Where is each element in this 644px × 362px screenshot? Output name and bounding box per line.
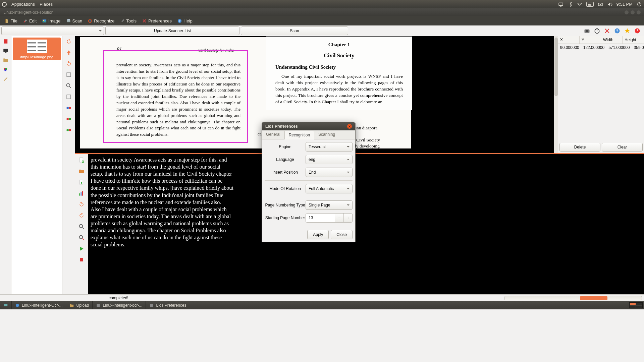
new-doc-icon[interactable] <box>78 157 85 164</box>
tab-recognition[interactable]: Recognition <box>284 131 314 139</box>
spinner-plus[interactable]: + <box>343 214 352 222</box>
clear-button[interactable]: Clear <box>602 143 643 152</box>
coordinates-panel: X Y Width Height 90.000000 122.000000 57… <box>558 36 644 153</box>
applications-menu[interactable]: Applications <box>11 2 35 7</box>
folder-image-icon[interactable] <box>3 57 9 63</box>
delete-button[interactable]: Delete <box>559 143 600 152</box>
menu-file[interactable]: File <box>1 17 20 24</box>
find-icon[interactable] <box>78 223 85 230</box>
menu-scan[interactable]: Scan <box>63 17 85 24</box>
region-blue-icon[interactable] <box>65 127 72 133</box>
wifi-icon[interactable] <box>577 2 582 7</box>
left-tool-column <box>0 36 11 294</box>
task-app-2[interactable]: Upload <box>66 301 93 309</box>
menu-recognize[interactable]: Recognize <box>85 17 117 24</box>
camera-icon[interactable] <box>584 27 590 34</box>
region-green-icon[interactable] <box>65 116 72 122</box>
scanner-select[interactable] <box>1 26 104 35</box>
timer-icon[interactable] <box>594 27 600 34</box>
spinner-minus[interactable]: − <box>335 214 343 222</box>
menu-image[interactable]: Image <box>39 17 63 24</box>
svg-point-12 <box>586 30 588 32</box>
settings-tools-icon[interactable] <box>604 27 610 34</box>
page-thumbnail[interactable]: /tmp/Lios/image.png <box>13 38 61 60</box>
region-red-icon[interactable] <box>65 105 72 111</box>
dialog-titlebar[interactable]: Lios Preferences ✕ <box>262 122 355 130</box>
bluetooth-icon[interactable] <box>568 2 573 7</box>
apply-button[interactable]: Apply <box>307 230 329 239</box>
open-folder-icon[interactable] <box>78 168 85 175</box>
status-bar: completed! <box>0 294 644 301</box>
redo-icon[interactable] <box>78 212 85 219</box>
svg-point-43 <box>16 304 19 307</box>
show-desktop[interactable] <box>0 301 12 309</box>
broom-icon[interactable] <box>3 76 9 82</box>
starting-page-spinner[interactable]: 13 − + <box>306 213 353 223</box>
svg-rect-45 <box>150 304 153 307</box>
menu-edit[interactable]: Edit <box>20 17 39 24</box>
close-button[interactable] <box>637 10 641 14</box>
section-heading: Understanding Civil Society <box>275 64 403 70</box>
play-icon[interactable] <box>78 245 85 252</box>
update-scanner-list-button[interactable]: Update-Scanner-List <box>105 26 239 35</box>
page-numbering-select[interactable]: Single Page <box>306 200 353 210</box>
svg-point-23 <box>4 69 6 71</box>
zoom-fit-icon[interactable] <box>65 71 72 78</box>
dialog-close-icon[interactable]: ✕ <box>347 124 352 129</box>
zoom-icon[interactable] <box>65 82 72 89</box>
pdf-icon[interactable] <box>3 38 9 44</box>
rotate-left-icon[interactable] <box>65 60 72 67</box>
mail-icon[interactable] <box>598 2 603 7</box>
gnome-top-panel: Applications Places En 9:51 PM <box>0 0 644 8</box>
window-titlebar: Linux-intelligent-ocr-solution <box>0 8 644 16</box>
menu-preferences[interactable]: Preferences <box>139 17 174 24</box>
workspace-switcher[interactable] <box>629 302 643 308</box>
zoom-original-icon[interactable] <box>65 94 72 100</box>
text-tool-column <box>75 154 88 294</box>
engine-select[interactable]: Tesseract <box>306 142 353 152</box>
tab-scanning[interactable]: Scanning <box>314 130 339 139</box>
monitor-icon[interactable] <box>3 48 9 54</box>
tab-general[interactable]: General <box>262 130 284 139</box>
svg-rect-24 <box>67 73 71 77</box>
preview-scrollbar[interactable] <box>554 36 558 153</box>
menu-tools[interactable]: Tools <box>117 17 139 24</box>
save-doc-icon[interactable] <box>78 179 85 186</box>
menu-help[interactable]: ?Help <box>174 17 195 24</box>
stop-icon[interactable] <box>78 256 85 263</box>
insert-position-select[interactable]: End <box>306 168 353 177</box>
keyboard-layout-indicator[interactable]: En <box>586 2 593 7</box>
col-y: Y <box>580 36 601 44</box>
places-menu[interactable]: Places <box>40 2 53 7</box>
progress-bar <box>504 296 642 300</box>
language-select[interactable]: eng <box>306 155 353 164</box>
power-toolbar-icon[interactable] <box>634 27 641 34</box>
task-app-3[interactable]: Linux-intelligent-ocr-... <box>93 301 146 309</box>
task-app-4[interactable]: Lios Preferences <box>146 301 190 309</box>
coord-row[interactable]: 90.000000 122.000000 571.000000 359.0000… <box>558 44 644 51</box>
clock[interactable]: 9:51 PM <box>616 2 633 7</box>
color-swatch-icon[interactable] <box>3 66 9 72</box>
dialog-tabs: General Recognition Scanning <box>262 130 355 139</box>
help-toolbar-icon[interactable]: ? <box>614 27 621 34</box>
undo-icon[interactable] <box>78 201 85 208</box>
chart-icon[interactable] <box>78 190 85 197</box>
close-dialog-button[interactable]: Close <box>331 230 353 239</box>
minimize-button[interactable] <box>625 10 629 14</box>
find-replace-icon[interactable] <box>78 234 85 241</box>
screen-icon[interactable] <box>558 2 564 7</box>
chapter-title: Civil Society <box>275 52 403 59</box>
svg-rect-37 <box>81 192 82 196</box>
scan-button[interactable]: Scan <box>241 26 348 35</box>
power-icon[interactable] <box>637 2 642 7</box>
task-app-1[interactable]: Linux-Intelligent-Ocr-... <box>12 301 66 309</box>
rotation-select[interactable]: Full Automatic <box>306 184 353 193</box>
rotate-right-icon[interactable] <box>65 38 72 45</box>
move-up-icon[interactable] <box>65 49 72 56</box>
dialog-title: Lios Preferences <box>265 124 298 129</box>
star-icon[interactable] <box>624 27 631 34</box>
window-title: Linux-intelligent-ocr-solution <box>3 10 53 15</box>
maximize-button[interactable] <box>631 10 635 14</box>
volume-icon[interactable] <box>607 2 612 7</box>
starting-page-value[interactable]: 13 <box>306 214 335 222</box>
